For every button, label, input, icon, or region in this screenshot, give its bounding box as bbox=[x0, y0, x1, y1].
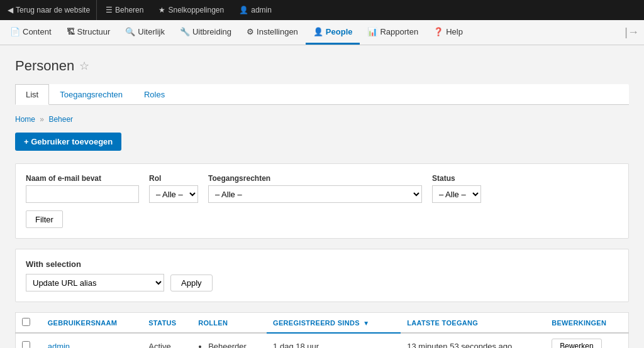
nav-help-label: Help bbox=[446, 27, 463, 36]
name-filter-label: Naam of e-mail bevat bbox=[26, 174, 139, 183]
registered-col-label: GEREGISTREERD SINDS bbox=[273, 319, 360, 327]
uitbreiding-icon: 🔧 bbox=[180, 27, 190, 36]
favorite-star-icon[interactable]: ☆ bbox=[79, 59, 89, 73]
nav-collapse-btn[interactable]: |→ bbox=[625, 26, 644, 39]
filter-button[interactable]: Filter bbox=[26, 210, 63, 228]
row-checkbox[interactable] bbox=[22, 341, 30, 348]
select-all-checkbox[interactable] bbox=[22, 318, 30, 326]
nav-item-uiterlijk[interactable]: 🔍 Uiterlijk bbox=[118, 20, 172, 45]
nav-item-rapporten[interactable]: 📊 Rapporten bbox=[360, 20, 426, 45]
username-col-header[interactable]: GEBRUIKERSNAAM bbox=[42, 313, 143, 334]
nav-instellingen-label: Instellingen bbox=[257, 27, 298, 36]
access-filter-field: Toegangsrechten – Alle – bbox=[208, 174, 422, 203]
row-registered-value: 1 dag 18 uur bbox=[273, 342, 319, 349]
nav-item-content[interactable]: 📄 Content bbox=[3, 20, 59, 45]
admin-user-btn[interactable]: 👤 admin bbox=[233, 0, 278, 20]
row-status-value: Active bbox=[148, 342, 170, 349]
rollen-col-label: ROLLEN bbox=[198, 319, 228, 327]
rollen-col-header[interactable]: ROLLEN bbox=[192, 313, 267, 334]
back-to-website-btn[interactable]: ◀ Terug naar de website bbox=[5, 0, 97, 20]
table-body: admin Active Beheerder 1 dag 18 uur 13 m… bbox=[16, 333, 629, 348]
breadcrumb-separator: » bbox=[40, 115, 44, 124]
main-nav: 📄 Content 🏗 Structuur 🔍 Uiterlijk 🔧 Uitb… bbox=[0, 20, 644, 45]
status-col-header[interactable]: STATUS bbox=[142, 313, 192, 334]
nav-people-label: People bbox=[326, 27, 353, 36]
back-label: Terug naar de website bbox=[16, 6, 90, 14]
row-last-access-cell: 13 minuten 53 secondes ago bbox=[401, 333, 545, 348]
row-actions-cell: Bewerken bbox=[545, 333, 628, 348]
row-status-cell: Active bbox=[142, 333, 192, 348]
row-roles-cell: Beheerder bbox=[192, 333, 267, 348]
breadcrumb: Home » Beheer bbox=[15, 115, 629, 124]
apply-button-top[interactable]: Apply bbox=[170, 275, 213, 291]
instellingen-icon: ⚙ bbox=[247, 27, 254, 36]
access-filter-label: Toegangsrechten bbox=[208, 174, 422, 183]
role-list-item: Beheerder bbox=[208, 342, 260, 349]
quick-links-btn[interactable]: ★ Snelkoppelingen bbox=[152, 0, 230, 20]
admin-bar: ◀ Terug naar de website ☰ Beheren ★ Snel… bbox=[0, 0, 644, 20]
nav-item-instellingen[interactable]: ⚙ Instellingen bbox=[239, 20, 306, 45]
quick-links-label: Snelkoppelingen bbox=[168, 6, 224, 14]
nav-uitbreiding-label: Uitbreiding bbox=[192, 27, 231, 36]
status-filter-field: Status – Alle – bbox=[432, 174, 481, 203]
filter-row: Naam of e-mail bevat Rol – Alle – Toegan… bbox=[26, 174, 618, 203]
row-username-link[interactable]: admin bbox=[48, 342, 70, 349]
role-filter-label: Rol bbox=[149, 174, 198, 183]
nav-item-people[interactable]: 👤 People bbox=[306, 20, 360, 45]
user-icon: 👤 bbox=[239, 6, 248, 14]
table-header: GEBRUIKERSNAAM STATUS ROLLEN GEREGISTREE… bbox=[16, 313, 629, 334]
nav-rapporten-label: Rapporten bbox=[380, 27, 418, 36]
manage-label: Beheren bbox=[115, 6, 143, 14]
row-roles-list: Beheerder bbox=[198, 342, 260, 349]
page-title-section: Personen ☆ bbox=[15, 58, 629, 74]
users-table: GEBRUIKERSNAAM STATUS ROLLEN GEREGISTREE… bbox=[15, 312, 629, 348]
name-filter-input[interactable] bbox=[26, 185, 139, 203]
nav-item-structuur[interactable]: 🏗 Structuur bbox=[59, 20, 118, 45]
breadcrumb-current[interactable]: Beheer bbox=[48, 115, 73, 124]
with-selection-select[interactable]: Update URL alias bbox=[26, 274, 164, 291]
table-row: admin Active Beheerder 1 dag 18 uur 13 m… bbox=[16, 333, 629, 348]
tab-toegangsrechten[interactable]: Toegangsrechten bbox=[49, 84, 133, 104]
username-col-label: GEBRUIKERSNAAM bbox=[48, 319, 118, 327]
nav-item-help[interactable]: ❓ Help bbox=[426, 20, 470, 45]
actions-col-label: BEWERKINGEN bbox=[552, 319, 606, 327]
name-filter-field: Naam of e-mail bevat bbox=[26, 174, 139, 203]
registered-col-header[interactable]: GEREGISTREERD SINDS ▼ bbox=[267, 313, 401, 334]
nav-item-uitbreiding[interactable]: 🔧 Uitbreiding bbox=[172, 20, 239, 45]
with-selection-section: With selection Update URL alias Apply bbox=[15, 249, 629, 302]
tab-roles[interactable]: Roles bbox=[133, 84, 175, 104]
checkbox-col-header bbox=[16, 313, 42, 334]
tabs-container: List Toegangsrechten Roles bbox=[15, 84, 629, 105]
breadcrumb-home[interactable]: Home bbox=[15, 115, 35, 124]
back-icon: ◀ bbox=[8, 6, 13, 14]
row-username-cell: admin bbox=[42, 333, 143, 348]
uiterlijk-icon: 🔍 bbox=[125, 27, 135, 36]
bewerken-button[interactable]: Bewerken bbox=[552, 339, 601, 348]
star-icon: ★ bbox=[158, 6, 165, 14]
row-last-access-value: 13 minuten 53 secondes ago bbox=[407, 342, 512, 349]
content-icon: 📄 bbox=[10, 27, 20, 36]
with-selection-row: Update URL alias Apply bbox=[26, 274, 618, 291]
nav-structuur-label: Structuur bbox=[77, 27, 111, 36]
manage-btn[interactable]: ☰ Beheren bbox=[99, 0, 150, 20]
filter-section: Naam of e-mail bevat Rol – Alle – Toegan… bbox=[15, 163, 629, 239]
nav-content-label: Content bbox=[23, 27, 52, 36]
add-user-button[interactable]: + Gebruiker toevoegen bbox=[15, 133, 121, 151]
sort-arrow-icon: ▼ bbox=[363, 320, 369, 327]
tab-list[interactable]: List bbox=[15, 84, 49, 105]
help-icon: ❓ bbox=[433, 27, 443, 36]
nav-uiterlijk-label: Uiterlijk bbox=[138, 27, 165, 36]
people-icon: 👤 bbox=[313, 27, 323, 36]
status-filter-label: Status bbox=[432, 174, 481, 183]
structuur-icon: 🏗 bbox=[67, 27, 75, 36]
last-access-col-header[interactable]: LAATSTE TOEGANG bbox=[401, 313, 545, 334]
rapporten-icon: 📊 bbox=[367, 27, 377, 36]
access-filter-select[interactable]: – Alle – bbox=[208, 185, 422, 203]
page-content: Personen ☆ List Toegangsrechten Roles Ho… bbox=[0, 45, 644, 348]
last-access-col-label: LAATSTE TOEGANG bbox=[407, 319, 478, 327]
page-title: Personen bbox=[15, 58, 74, 74]
role-filter-select[interactable]: – Alle – bbox=[149, 185, 198, 203]
with-selection-label: With selection bbox=[26, 259, 618, 269]
status-filter-select[interactable]: – Alle – bbox=[432, 185, 481, 203]
row-checkbox-cell bbox=[16, 333, 42, 348]
